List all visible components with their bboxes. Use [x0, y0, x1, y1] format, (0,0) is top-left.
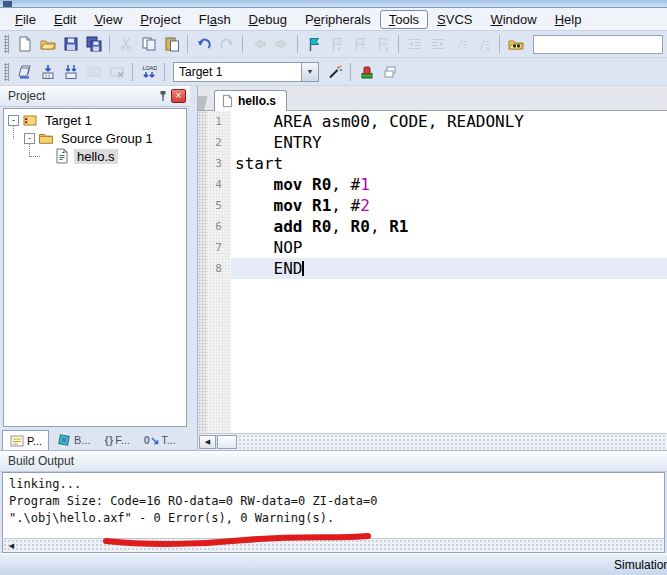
- chevron-down-icon[interactable]: ▼: [301, 63, 318, 81]
- menu-svcs[interactable]: SVCS: [428, 10, 481, 29]
- redo-button[interactable]: [215, 33, 238, 55]
- code-line-5[interactable]: 5 mov R1, #2: [198, 195, 667, 216]
- cut-button[interactable]: [114, 33, 137, 55]
- line-number: 1: [206, 111, 231, 132]
- books-tab-icon: [56, 432, 72, 448]
- menu-debug[interactable]: Debug: [240, 10, 296, 29]
- code-line-6[interactable]: 6 add R0, R0, R1: [198, 216, 667, 237]
- rebuild-icon: [63, 64, 79, 80]
- navigate-forward-button[interactable]: [270, 33, 293, 55]
- code-editor[interactable]: 1 AREA asm00, CODE, READONLY2 ENTRY3star…: [198, 111, 667, 433]
- search-input[interactable]: [533, 35, 663, 54]
- target-select[interactable]: Target 1▼: [173, 62, 319, 82]
- next-bookmark-button[interactable]: [348, 33, 371, 55]
- close-icon[interactable]: ×: [171, 89, 186, 103]
- paste-button[interactable]: [160, 33, 183, 55]
- menu-file[interactable]: File: [6, 10, 45, 29]
- build-output-line: linking...: [9, 476, 664, 493]
- scroll-left-icon[interactable]: ◀: [3, 539, 20, 553]
- open-file-button[interactable]: [36, 33, 59, 55]
- previous-bookmark-button[interactable]: [325, 33, 348, 55]
- menu-help[interactable]: Help: [546, 10, 591, 29]
- indent-button[interactable]: [426, 33, 449, 55]
- toolbar-grip[interactable]: [4, 63, 9, 81]
- window-titlebar: [0, 0, 667, 8]
- toolbar-separator: [398, 35, 399, 53]
- target-select-value: Target 1: [174, 65, 301, 79]
- build-output-hscrollbar[interactable]: ◀: [2, 538, 665, 553]
- previous-bookmark-icon: [329, 36, 345, 52]
- editor-tab-hello-s[interactable]: hello.s: [214, 90, 287, 111]
- project-panel-tabs: P...B...{}F...0↘T...: [0, 427, 190, 450]
- clear-bookmarks-icon: [375, 36, 391, 52]
- line-number: 3: [206, 153, 231, 174]
- editor-tab-label: hello.s: [238, 94, 276, 108]
- tree-item-source-group-1[interactable]: -Source Group 1: [4, 129, 186, 147]
- debug-session-button[interactable]: [355, 61, 378, 83]
- options-for-target-button[interactable]: [323, 61, 346, 83]
- editor-margin: [198, 153, 206, 174]
- editor-hscrollbar[interactable]: ◀: [198, 433, 667, 450]
- menu-tools[interactable]: Tools: [380, 10, 428, 29]
- new-file-button[interactable]: [13, 33, 36, 55]
- toggle-bookmark-button[interactable]: [302, 33, 325, 55]
- panel-splitter[interactable]: [190, 86, 197, 450]
- scroll-left-icon[interactable]: ◀: [199, 435, 216, 449]
- menu-flash[interactable]: Flash: [190, 10, 240, 29]
- translate-button[interactable]: [13, 61, 36, 83]
- code-line-7[interactable]: 7 NOP: [198, 237, 667, 258]
- keil-uvision-window: FileEditViewProjectFlashDebugPeripherals…: [0, 0, 667, 575]
- navigate-back-button[interactable]: [247, 33, 270, 55]
- stop-build-button[interactable]: [105, 61, 128, 83]
- tree-item-target-1[interactable]: -Target 1: [4, 111, 186, 129]
- svg-text:LOAD: LOAD: [142, 65, 157, 71]
- batch-build-button[interactable]: [82, 61, 105, 83]
- folder-icon: [38, 130, 54, 146]
- menu-peripherals[interactable]: Peripherals: [296, 10, 380, 29]
- menu-view[interactable]: View: [85, 10, 131, 29]
- tree-expander-icon[interactable]: -: [8, 115, 19, 126]
- panel-tab-f[interactable]: {}F...: [98, 430, 137, 450]
- toolbar-separator: [350, 63, 351, 81]
- panel-tab-p[interactable]: P...: [2, 430, 49, 450]
- code-line-4[interactable]: 4 mov R0, #1: [198, 174, 667, 195]
- panel-tab-b[interactable]: B...: [49, 430, 98, 450]
- cascade-windows-button[interactable]: [378, 61, 401, 83]
- undo-button[interactable]: [192, 33, 215, 55]
- menu-window[interactable]: Window: [481, 10, 545, 29]
- save-button[interactable]: [59, 33, 82, 55]
- line-number: 5: [206, 195, 231, 216]
- uncomment-icon: [476, 36, 492, 52]
- code-line-8[interactable]: 8 END: [198, 258, 667, 279]
- project-tree[interactable]: -Target 1-Source Group 1hello.s: [3, 108, 187, 427]
- panel-tab-t[interactable]: 0↘T...: [137, 430, 183, 450]
- copy-button[interactable]: [137, 33, 160, 55]
- tree-expander-icon[interactable]: -: [24, 133, 35, 144]
- build-toolbar: LOADTarget 1▼: [0, 58, 667, 86]
- line-number: 8: [206, 258, 231, 279]
- menu-project[interactable]: Project: [131, 10, 189, 29]
- rebuild-button[interactable]: [59, 61, 82, 83]
- code-line-2[interactable]: 2 ENTRY: [198, 132, 667, 153]
- uncomment-button[interactable]: [472, 33, 495, 55]
- menu-edit[interactable]: Edit: [45, 10, 85, 29]
- stop-build-icon: [109, 64, 125, 80]
- new-file-icon: [17, 36, 33, 52]
- code-line-1[interactable]: 1 AREA asm00, CODE, READONLY: [198, 111, 667, 132]
- unindent-button[interactable]: [403, 33, 426, 55]
- debug-session-icon: [359, 64, 375, 80]
- project-panel-header: Project ×: [0, 86, 190, 107]
- build-output-log[interactable]: linking...Program Size: Code=16 RO-data=…: [2, 472, 665, 538]
- save-all-button[interactable]: [82, 33, 105, 55]
- clear-bookmarks-button[interactable]: [371, 33, 394, 55]
- options-for-target-icon: [327, 64, 343, 80]
- document-icon: [221, 94, 234, 108]
- code-line-3[interactable]: 3start: [198, 153, 667, 174]
- pin-icon[interactable]: [155, 89, 171, 104]
- toolbar-grip[interactable]: [4, 35, 9, 53]
- comment-button[interactable]: [449, 33, 472, 55]
- build-button[interactable]: [36, 61, 59, 83]
- load-button[interactable]: LOAD: [137, 61, 160, 83]
- scroll-thumb[interactable]: [217, 435, 237, 449]
- find-in-files-button[interactable]: [504, 33, 527, 55]
